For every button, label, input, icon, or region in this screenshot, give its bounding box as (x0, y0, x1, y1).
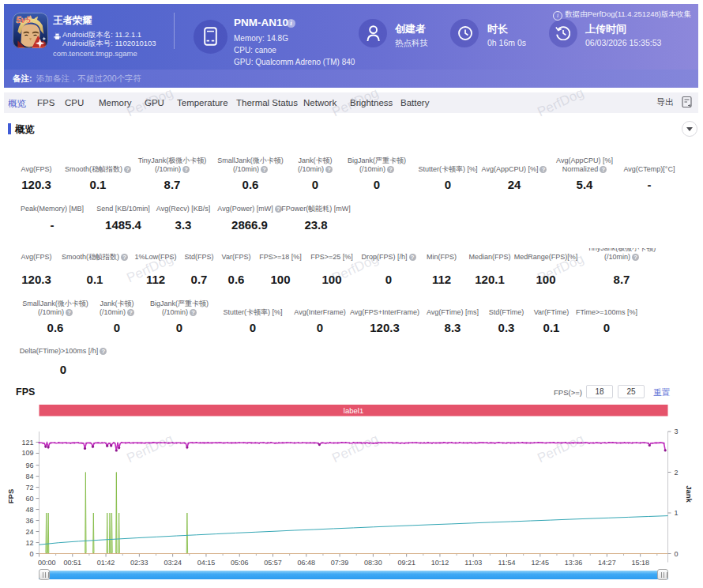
fps-dip-marker (115, 449, 118, 451)
y-left-tick-label: 109 (21, 449, 33, 457)
x-tick-label: 14:27 (598, 559, 616, 567)
series-cumulative (39, 516, 668, 545)
fps-dip-marker (84, 447, 86, 450)
jank-spike (186, 513, 187, 553)
fps-dip-marker (92, 446, 94, 448)
fps-dip-marker (47, 446, 50, 448)
slider-left-handle[interactable] (39, 569, 50, 580)
y-right-tick-label: 3 (675, 428, 679, 435)
jank-spike (107, 513, 107, 553)
x-tick-label: 12:45 (532, 559, 550, 567)
fps-dip-marker (106, 445, 108, 447)
x-tick-label: 08:30 (364, 559, 382, 567)
y-left-tick-label: 60 (25, 495, 33, 503)
chart-label-band-text: label1 (344, 406, 363, 415)
jank-spike (47, 513, 48, 553)
y-left-tick-label: 36 (25, 517, 33, 525)
x-tick-label: 11:03 (464, 559, 482, 567)
y-right-tick-label: 0 (675, 550, 679, 558)
x-tick-label: 10:12 (431, 559, 449, 567)
fps-chart: label101224364860728496109121012300:0000… (0, 0, 703, 569)
y-axis-left-title: FPS (6, 489, 15, 503)
y-left-tick-label: 84 (25, 473, 33, 481)
perfdog-report-page: PerfDogPerfDogPerfDogPerfDogPerfDogPerfD… (0, 0, 703, 588)
x-tick-label: 01:42 (97, 559, 115, 567)
chart-range-slider[interactable] (39, 571, 668, 579)
x-tick-label: 05:57 (264, 559, 282, 567)
y-axis-right-title: Jank (685, 485, 694, 503)
x-tick-label: 02:33 (130, 559, 148, 567)
x-tick-label: 07:39 (331, 559, 349, 567)
jank-spike (111, 513, 112, 553)
y-left-tick-label: 0 (29, 550, 33, 558)
jank-spike (93, 513, 94, 553)
y-right-tick-label: 2 (675, 469, 679, 477)
y-left-tick-label: 12 (25, 539, 33, 547)
x-tick-label: 00:51 (64, 559, 82, 567)
y-left-tick-label: 72 (25, 484, 33, 492)
jank-spike (118, 513, 119, 553)
fps-dip-marker (318, 443, 321, 446)
slider-right-handle[interactable] (657, 569, 668, 580)
fps-dip-marker (110, 444, 112, 447)
fps-dip-marker (118, 447, 120, 449)
jank-spike (109, 513, 110, 553)
x-tick-label: 00:00 (38, 559, 56, 567)
x-tick-label: 11:54 (498, 559, 516, 567)
y-right-tick-label: 1 (675, 509, 679, 517)
x-tick-label: 03:24 (164, 559, 182, 567)
jank-spike (116, 473, 117, 553)
fps-dip-marker (44, 446, 47, 448)
y-left-tick-label: 121 (21, 439, 33, 447)
y-left-tick-label: 96 (25, 462, 33, 469)
fps-dip-marker (664, 449, 667, 451)
grip-icon (661, 572, 667, 578)
x-tick-label: 13:36 (565, 559, 583, 567)
x-tick-label: 09:21 (397, 559, 415, 567)
y-left-tick-label: 24 (25, 528, 33, 536)
x-tick-label: 05:06 (231, 559, 249, 567)
series-fps (39, 443, 666, 450)
x-tick-label: 15:18 (631, 559, 649, 567)
jank-spike (46, 513, 47, 553)
x-tick-label: 06:48 (298, 559, 316, 567)
y-left-tick-label: 48 (25, 506, 33, 514)
grip-icon (43, 572, 49, 578)
fps-dip-marker (648, 444, 651, 447)
fps-dip-marker (186, 446, 188, 448)
x-tick-label: 04:15 (197, 559, 216, 567)
